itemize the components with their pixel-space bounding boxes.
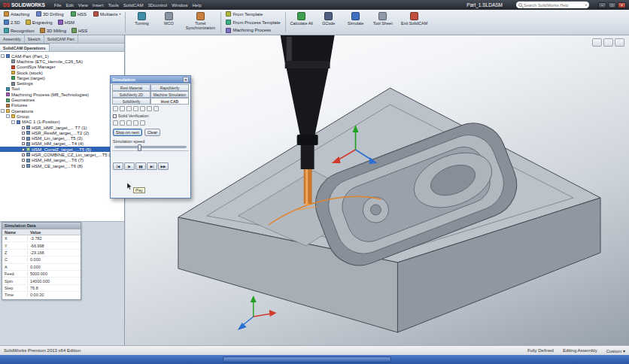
taskbar-window-button[interactable] xyxy=(223,356,391,362)
tree-item[interactable]: Settings xyxy=(0,80,124,86)
menu-item[interactable]: Tools xyxy=(108,3,119,8)
menu-item[interactable]: Help xyxy=(192,3,201,8)
menu-item[interactable]: File xyxy=(54,3,62,8)
tree-item[interactable]: Stock (stock) xyxy=(0,70,124,75)
ribbon-small-button[interactable]: 3D Drilling xyxy=(34,11,68,18)
ribbon-big-button[interactable]: MCO xyxy=(155,11,182,34)
simulation-view-icon[interactable] xyxy=(133,120,138,126)
clear-button[interactable]: Clear xyxy=(144,129,160,136)
close-button[interactable]: × xyxy=(618,2,626,8)
ribbon-small-button[interactable]: Multiaxis▾ xyxy=(91,11,123,18)
ribbon-big-button[interactable]: GCode xyxy=(315,11,342,34)
simulation-mode-tab[interactable]: Rest Material xyxy=(112,84,150,91)
transport-button[interactable]: ▶| xyxy=(147,162,157,170)
tree-expander-icon[interactable]: - xyxy=(1,54,5,58)
ribbon-small-button[interactable]: From Template xyxy=(223,11,282,18)
simulation-mode-tab[interactable]: SolidVerify 2D xyxy=(112,91,150,98)
menu-item[interactable]: Edit xyxy=(65,3,73,8)
tree-item[interactable]: Fixtures xyxy=(0,103,124,108)
maximize-button[interactable]: □ xyxy=(608,2,616,8)
tree-item[interactable]: - Operations xyxy=(0,108,124,114)
tree-item[interactable]: Machine (ETC_Hermle_C26_5A) xyxy=(0,59,124,64)
ribbon-small-button[interactable]: Recognition xyxy=(2,27,37,35)
view-orientation-icon[interactable] xyxy=(603,38,613,47)
ribbon-small-button[interactable]: HSS xyxy=(69,27,90,35)
tree-item[interactable]: Geometries xyxy=(0,97,124,102)
tree-item[interactable]: HSM_Lin_target_...T5 (3) xyxy=(0,135,124,141)
simulation-toolbar-icon[interactable] xyxy=(147,106,152,111)
ribbon-small-button[interactable]: Machining Process xyxy=(223,26,282,34)
ribbon-small-button[interactable]: HSM xyxy=(56,19,77,26)
status-item[interactable]: Custom ▾ xyxy=(606,348,625,353)
ribbon-big-button[interactable]: Calculate All xyxy=(288,11,315,34)
display-style-icon[interactable] xyxy=(592,38,602,47)
tree-item[interactable]: Tool xyxy=(0,86,124,92)
status-item[interactable]: Editing Assembly xyxy=(563,348,597,353)
stop-on-next-button[interactable]: Stop on next xyxy=(113,129,142,136)
panel-tab[interactable]: Sketch xyxy=(25,35,44,43)
simulation-mode-tab[interactable]: SolidVerify xyxy=(112,98,150,105)
tree-item[interactable]: CoordSys Manager xyxy=(0,65,124,70)
tree-expander-icon[interactable]: - xyxy=(11,120,15,124)
tree-item[interactable]: HSR_COMBINE_CZ_Lin_target_...T5 (6) xyxy=(0,152,124,157)
tree-item[interactable]: - CAM-Part (Part_1) xyxy=(0,53,124,59)
tree-item[interactable]: Machining Process (M8_Technologies) xyxy=(0,92,124,97)
ribbon-big-button[interactable]: Tool Sheet xyxy=(369,11,397,34)
panel-tab[interactable]: SolidCAM Part xyxy=(44,35,78,43)
simulation-toolbar-icon[interactable] xyxy=(133,106,138,111)
simulation-view-icon[interactable] xyxy=(113,120,118,126)
ribbon-big-button[interactable]: Exit SolidCAM xyxy=(397,11,433,34)
status-item[interactable]: Fully Defined xyxy=(527,348,554,353)
simulation-mode-tab[interactable]: RapidVerify xyxy=(150,84,189,91)
transport-button[interactable]: ▶ xyxy=(124,162,135,170)
tree-checkbox[interactable] xyxy=(22,159,25,162)
search-input[interactable] xyxy=(524,3,584,8)
tree-checkbox[interactable] xyxy=(22,165,25,168)
section-view-icon[interactable] xyxy=(615,38,624,47)
tree-item[interactable]: HSM_CE_target_...T6 (8) xyxy=(0,163,124,168)
ribbon-small-button[interactable]: Attaching xyxy=(2,11,33,18)
ribbon-big-button[interactable]: Turning xyxy=(128,11,155,34)
simulation-toolbar-icon[interactable] xyxy=(126,106,132,111)
tree-item[interactable]: HSM_HM_target_...T6 (7) xyxy=(0,158,124,163)
simulation-speed-slider[interactable] xyxy=(114,146,187,148)
simulation-toolbar-icon[interactable] xyxy=(140,106,145,111)
tree-checkbox[interactable] xyxy=(22,137,25,140)
solid-verification-option[interactable]: Solid Verification xyxy=(111,113,190,119)
tab-solidcam-operations[interactable]: SolidCAM Operations xyxy=(0,44,50,51)
tree-checkbox[interactable] xyxy=(22,132,25,135)
simulation-view-icon[interactable] xyxy=(140,120,145,126)
menu-item[interactable]: Window xyxy=(172,3,187,8)
simulation-dialog-titlebar[interactable]: Simulation × xyxy=(111,76,190,83)
graphics-viewport[interactable] xyxy=(126,35,629,345)
tree-item[interactable]: - Group xyxy=(0,114,124,119)
tree-item[interactable]: Target (target) xyxy=(0,75,124,80)
slider-thumb[interactable] xyxy=(138,144,141,151)
simulation-view-icon[interactable] xyxy=(120,120,125,126)
menu-item[interactable]: 3Dcontrol xyxy=(147,3,167,8)
ribbon-small-button[interactable]: From Process Template xyxy=(223,19,282,26)
simulation-toolbar-icon[interactable] xyxy=(120,106,125,111)
simulation-toolbar-icon[interactable] xyxy=(113,106,118,111)
tree-checkbox[interactable] xyxy=(22,148,25,151)
transport-button[interactable]: ▶▶ xyxy=(158,162,169,170)
ribbon-small-button[interactable]: Engraving xyxy=(23,19,55,26)
ribbon-small-button[interactable]: 2.5D xyxy=(2,19,23,26)
simulation-mode-tab[interactable]: Machine Simulation xyxy=(150,91,189,98)
tree-checkbox[interactable] xyxy=(22,153,25,156)
simulation-mode-tab[interactable]: Host CAD xyxy=(150,98,189,105)
menu-item[interactable]: View xyxy=(78,3,88,8)
dialog-close-icon[interactable]: × xyxy=(183,77,189,83)
tree-item[interactable]: - MAC 1 (1-Position) xyxy=(0,120,124,125)
tree-item[interactable]: HSM_ConstZ_target_...T5 (5) xyxy=(0,147,124,152)
minimize-button[interactable]: – xyxy=(598,2,606,8)
search-dropdown-icon[interactable]: ▾ xyxy=(585,3,587,7)
simulation-view-icon[interactable] xyxy=(126,120,132,126)
tree-checkbox[interactable] xyxy=(22,126,25,129)
checkbox-icon[interactable] xyxy=(113,114,117,118)
tree-item[interactable]: HSR_HMF_target_... T7 (1) xyxy=(0,125,124,130)
tree-item[interactable]: HSM_HM_target_...T4 (4) xyxy=(0,141,124,147)
ribbon-big-button[interactable]: Simulate xyxy=(342,11,369,34)
transport-button[interactable]: |◀ xyxy=(113,162,123,170)
tree-expander-icon[interactable]: - xyxy=(1,109,5,113)
